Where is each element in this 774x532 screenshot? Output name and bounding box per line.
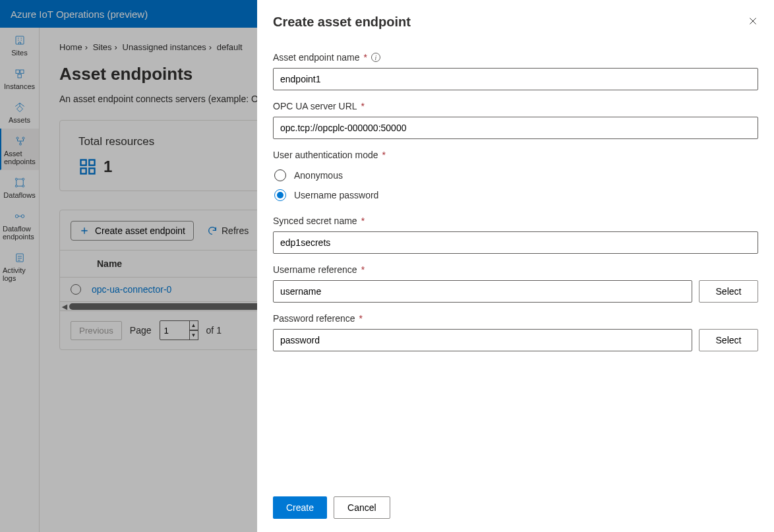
secret-name-input[interactable] [273,231,758,254]
field-label-text: Username reference [273,264,357,275]
field-endpoint-name: Asset endpoint name * i [273,52,758,90]
flyout-footer: Create Cancel [257,486,774,532]
username-ref-input[interactable] [273,280,692,303]
required-indicator: * [361,264,365,275]
required-indicator: * [361,216,365,226]
field-label-text: Asset endpoint name [273,52,360,63]
endpoint-name-input[interactable] [273,68,758,90]
radio-icon [274,169,286,181]
field-label-text: User authentication mode [273,150,378,160]
password-select-button[interactable]: Select [699,329,758,351]
close-icon [748,16,758,26]
create-button[interactable]: Create [273,496,327,519]
required-indicator: * [359,313,363,324]
auth-userpw-radio[interactable]: Username password [273,185,758,205]
field-secret-name: Synced secret name * [273,216,758,254]
radio-icon-selected [274,189,286,201]
server-url-input[interactable] [273,117,758,139]
info-icon[interactable]: i [371,53,380,62]
flyout-header: Create asset endpoint [257,0,774,36]
field-label-text: OPC UA server URL [273,101,357,111]
radio-label: Anonymous [294,170,343,181]
radio-label: Username password [294,190,378,200]
field-server-url: OPC UA server URL * [273,101,758,139]
username-select-button[interactable]: Select [699,280,758,303]
required-indicator: * [382,150,386,160]
auth-anonymous-radio[interactable]: Anonymous [273,165,758,185]
field-password-ref: Password reference * Select [273,313,758,351]
close-button[interactable] [748,16,758,28]
password-ref-input[interactable] [273,329,692,351]
field-auth-mode: User authentication mode * Anonymous Use… [273,150,758,205]
create-endpoint-flyout: Create asset endpoint Asset endpoint nam… [257,0,774,532]
required-indicator: * [364,52,367,63]
field-label-text: Synced secret name [273,216,357,226]
flyout-title: Create asset endpoint [273,15,411,30]
field-label-text: Password reference [273,313,355,324]
flyout-body: Asset endpoint name * i OPC UA server UR… [257,36,774,486]
required-indicator: * [361,101,365,111]
field-username-ref: Username reference * Select [273,264,758,303]
cancel-button[interactable]: Cancel [334,496,390,519]
